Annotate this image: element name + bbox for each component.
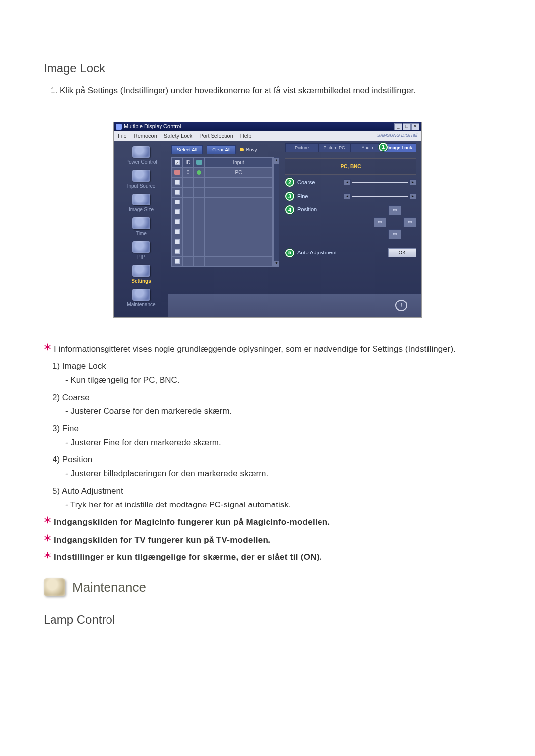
star-icon: ✶ xyxy=(44,516,51,529)
note-2-title: 2) Coarse xyxy=(53,391,491,404)
menu-file[interactable]: File xyxy=(118,132,127,140)
menu-port-selection[interactable]: Port Selection xyxy=(199,132,233,140)
sidebar-item-input[interactable]: Input Source xyxy=(127,170,156,190)
ok-button[interactable]: OK xyxy=(388,248,416,257)
position-down-button[interactable]: ▭ xyxy=(388,229,401,239)
sidebar-item-maintenance[interactable]: Maintenance xyxy=(127,289,155,308)
row-status-icon[interactable] xyxy=(174,170,180,175)
slider-right-icon[interactable]: ► xyxy=(409,179,416,185)
instruction-text: 1. Klik på Settings (Indstillinger) unde… xyxy=(51,84,491,97)
marker-5: 5 xyxy=(285,249,294,257)
window-title: Multiple Display Control xyxy=(124,122,181,131)
input-icon xyxy=(132,170,150,182)
page-title: Image Lock xyxy=(44,59,491,77)
checkbox-header-icon[interactable] xyxy=(175,160,180,165)
grid-header-id: ID xyxy=(183,158,194,168)
note-magicinfo: Indgangskilden for MagicInfo fungerer ku… xyxy=(54,516,330,529)
lamp-control-heading: Lamp Control xyxy=(44,611,491,629)
display-grid: ID Input 0 PC xyxy=(171,157,273,267)
position-right-button[interactable]: ▭ xyxy=(403,217,416,227)
maintenance-section-icon xyxy=(44,578,65,596)
row-checkbox[interactable] xyxy=(175,249,180,254)
fine-slider[interactable]: ◄ ► xyxy=(344,194,416,199)
app-icon xyxy=(116,124,122,130)
sidebar-item-settings[interactable]: Settings xyxy=(131,265,151,285)
clear-all-button[interactable]: Clear All xyxy=(207,145,236,154)
sidebar-label: Settings xyxy=(131,277,151,285)
menubar: File Remocon Safety Lock Port Selection … xyxy=(114,131,421,141)
coarse-slider[interactable]: ◄ ► xyxy=(344,180,416,185)
marker-2: 2 xyxy=(285,178,294,187)
app-window: Multiple Display Control _ □ ✕ File Remo… xyxy=(113,122,422,318)
scroll-down-icon[interactable]: ▼ xyxy=(274,261,279,267)
busy-dot-icon xyxy=(240,148,244,151)
select-all-button[interactable]: Select All xyxy=(171,145,203,154)
busy-indicator: Busy xyxy=(240,146,257,153)
warning-icon: ! xyxy=(395,300,407,311)
note-4-title: 4) Position xyxy=(53,454,491,466)
sidebar-label: Time xyxy=(136,230,147,237)
note-1-title: 1) Image Lock xyxy=(53,360,491,373)
sidebar-item-power[interactable]: Power Control xyxy=(125,146,157,166)
row-checkbox[interactable] xyxy=(175,200,180,204)
close-icon[interactable]: ✕ xyxy=(411,123,419,130)
sidebar-label: Input Source xyxy=(127,182,156,190)
row-checkbox[interactable] xyxy=(175,259,180,264)
row-input: PC xyxy=(205,168,273,178)
marker-3: 3 xyxy=(285,192,294,201)
sidebar-item-image-size[interactable]: Image Size xyxy=(129,194,154,213)
star-icon: ✶ xyxy=(44,551,51,564)
menu-safety-lock[interactable]: Safety Lock xyxy=(164,132,192,140)
slider-left-icon[interactable]: ◄ xyxy=(344,193,351,199)
row-power-icon xyxy=(197,170,201,175)
row-id: 0 xyxy=(183,168,194,178)
slider-right-icon[interactable]: ► xyxy=(409,193,416,199)
maintenance-heading: Maintenance xyxy=(72,578,146,597)
note-4-sub: - Justerer billedplaceringen for den mar… xyxy=(65,467,491,480)
note-3-title: 3) Fine xyxy=(53,422,491,435)
status-bar: ! xyxy=(168,294,421,317)
sidebar-item-time[interactable]: Time xyxy=(132,217,150,237)
menu-help[interactable]: Help xyxy=(240,132,252,140)
note-5-sub: - Tryk her for at indstille det modtagne… xyxy=(65,499,491,511)
marker-4: 4 xyxy=(285,205,294,214)
star-icon: ✶ xyxy=(44,534,51,547)
note-5-title: 5) Auto Adjustment xyxy=(53,485,491,498)
sidebar-item-pip[interactable]: PIP xyxy=(132,241,150,261)
position-pad: ▭ ▭ ▭ ▭ xyxy=(374,205,416,239)
note-intro: I informationsgitteret vises nogle grund… xyxy=(54,343,456,355)
position-up-button[interactable]: ▭ xyxy=(388,205,401,215)
sidebar-label: Image Size xyxy=(129,206,154,213)
position-left-button[interactable]: ▭ xyxy=(374,217,386,227)
note-3-sub: - Justerer Fine for den markerede skærm. xyxy=(65,436,491,449)
tab-picture[interactable]: Picture xyxy=(285,143,318,153)
menu-remocon[interactable]: Remocon xyxy=(134,132,157,140)
row-checkbox[interactable] xyxy=(175,229,180,234)
row-checkbox[interactable] xyxy=(175,219,180,224)
row-checkbox[interactable] xyxy=(175,190,180,195)
note-2-sub: - Justerer Coarse for den markerede skær… xyxy=(65,405,491,418)
minimize-icon[interactable]: _ xyxy=(394,123,402,130)
slider-left-icon[interactable]: ◄ xyxy=(344,179,351,185)
titlebar: Multiple Display Control _ □ ✕ xyxy=(114,122,421,131)
power-icon xyxy=(132,146,150,158)
sidebar-label: Maintenance xyxy=(127,301,155,308)
row-checkbox[interactable] xyxy=(175,239,180,244)
row-checkbox[interactable] xyxy=(175,180,180,185)
maximize-icon[interactable]: □ xyxy=(403,123,411,130)
grid-header-input: Input xyxy=(205,158,273,168)
marker-1: 1 xyxy=(379,143,388,151)
status-header-icon xyxy=(196,160,202,165)
tab-picture-pc[interactable]: Picture PC xyxy=(318,143,351,153)
coarse-label: Coarse xyxy=(297,178,341,187)
grid-scrollbar[interactable]: ▲ ▼ xyxy=(273,157,279,267)
position-label: Position xyxy=(297,205,341,214)
busy-label: Busy xyxy=(246,146,257,153)
tab-image-lock-label: Image Lock xyxy=(387,145,412,150)
note-tv: Indgangskilden for TV fungerer kun på TV… xyxy=(54,534,270,547)
image-size-icon xyxy=(132,194,150,205)
scroll-up-icon[interactable]: ▲ xyxy=(274,158,279,164)
tab-image-lock[interactable]: 1 Image Lock xyxy=(383,143,416,153)
row-checkbox[interactable] xyxy=(175,209,180,214)
brand-label: SAMSUNG DIGITall xyxy=(377,132,417,139)
